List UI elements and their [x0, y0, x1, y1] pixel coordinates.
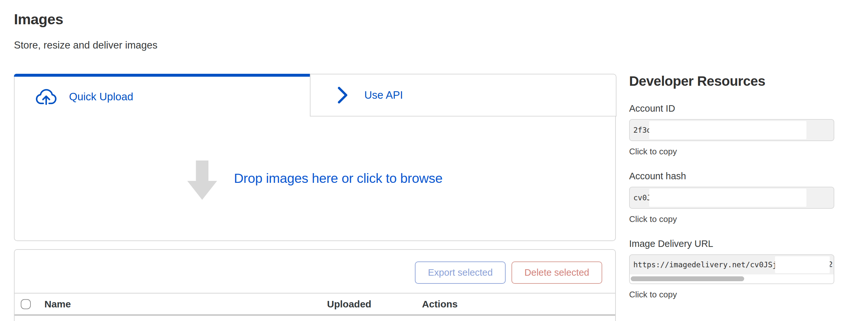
redaction-overlay [649, 189, 806, 207]
page-title: Images [14, 11, 63, 28]
drop-arrow-icon [187, 160, 217, 200]
developer-resources-panel: Developer Resources Account ID 2f3d Clic… [629, 74, 834, 299]
upload-card: Quick Upload Use API Drop images here or… [14, 74, 616, 241]
image-delivery-url-copy-hint[interactable]: Click to copy [629, 290, 677, 299]
account-hash-value: cv0J [633, 193, 651, 202]
dropzone[interactable]: Drop images here or click to browse [14, 116, 615, 241]
tab-quick-upload-label: Quick Upload [69, 91, 133, 103]
developer-resources-title: Developer Resources [629, 74, 834, 89]
image-delivery-url-text-row: https://imagedelivery.net/cv0JSj 2 [630, 255, 834, 275]
export-selected-button[interactable]: Export selected [415, 261, 506, 284]
active-tab-indicator [14, 74, 310, 77]
redaction-overlay [775, 256, 830, 273]
images-table-card: Export selected Delete selected Name Upl… [14, 249, 616, 321]
column-header-name: Name [44, 299, 71, 310]
account-id-label: Account ID [629, 103, 834, 114]
image-delivery-url-label: Image Delivery URL [629, 238, 834, 249]
column-header-uploaded: Uploaded [327, 299, 371, 310]
dropzone-label: Drop images here or click to browse [234, 171, 442, 186]
page-subtitle: Store, resize and deliver images [14, 39, 157, 51]
image-delivery-url-value: https://imagedelivery.net/cv0JSj [633, 260, 777, 269]
horizontal-scrollbar-track [630, 275, 834, 283]
account-hash-field[interactable]: cv0J [629, 187, 834, 209]
table-toolbar: Export selected Delete selected [14, 250, 615, 293]
account-hash-label: Account hash [629, 171, 834, 182]
column-header-actions: Actions [422, 299, 458, 310]
account-id-copy-hint[interactable]: Click to copy [629, 147, 677, 156]
delete-selected-button[interactable]: Delete selected [512, 261, 602, 284]
horizontal-scrollbar-thumb[interactable] [631, 276, 744, 281]
tab-use-api[interactable]: Use API [310, 74, 617, 116]
account-hash-copy-hint[interactable]: Click to copy [629, 214, 677, 224]
cloud-upload-icon [35, 88, 57, 106]
redaction-overlay [649, 121, 806, 139]
chevron-right-icon [337, 86, 348, 104]
select-all-checkbox[interactable] [21, 299, 31, 309]
table-header-row: Name Uploaded Actions [14, 293, 615, 316]
tab-quick-upload[interactable]: Quick Upload [14, 77, 309, 116]
account-id-field[interactable]: 2f3d [629, 119, 834, 141]
tab-use-api-label: Use API [364, 89, 403, 101]
table-body-empty [14, 316, 615, 321]
image-delivery-url-field[interactable]: https://imagedelivery.net/cv0JSj 2 [629, 254, 834, 284]
account-id-value: 2f3d [633, 126, 651, 134]
